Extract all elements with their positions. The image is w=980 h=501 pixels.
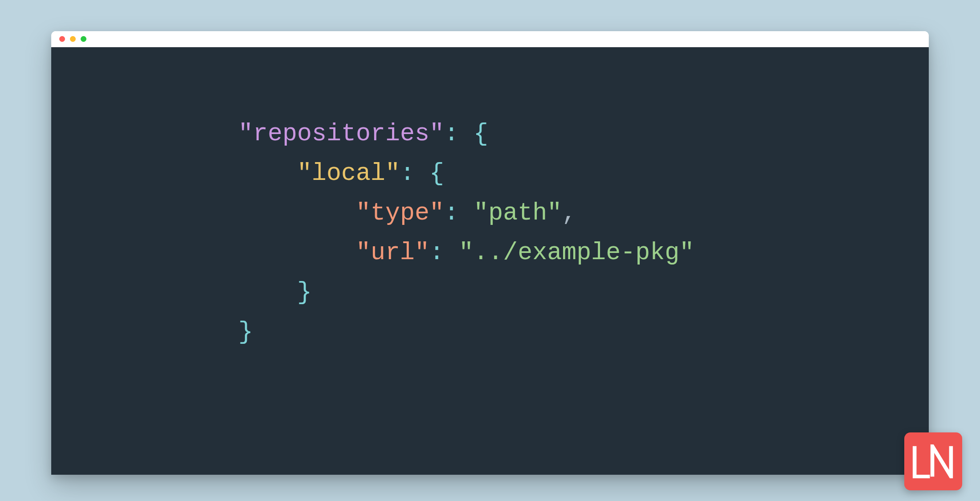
window-titlebar xyxy=(51,31,929,47)
colon: : xyxy=(444,199,459,227)
code-block: "repositories": { "local": { "type": "pa… xyxy=(238,114,929,352)
ln-logo-icon xyxy=(912,444,955,478)
brace-close: } xyxy=(297,278,312,306)
json-value-path: "path" xyxy=(474,199,562,227)
window-minimize-icon[interactable] xyxy=(70,36,76,42)
window-zoom-icon[interactable] xyxy=(81,36,86,42)
json-key-local: "local" xyxy=(297,159,400,187)
colon: : xyxy=(444,120,459,148)
json-key-repositories: "repositories" xyxy=(238,120,444,148)
code-window: "repositories": { "local": { "type": "pa… xyxy=(51,31,929,475)
json-key-url: "url" xyxy=(356,239,429,267)
brace-close: } xyxy=(238,318,253,346)
window-close-icon[interactable] xyxy=(59,36,65,42)
brace-open: { xyxy=(474,120,488,148)
json-value-url: "../example-pkg" xyxy=(459,239,694,267)
json-key-type: "type" xyxy=(356,199,444,227)
colon: : xyxy=(400,159,415,187)
comma: , xyxy=(562,199,576,227)
brand-logo xyxy=(904,432,962,490)
colon: : xyxy=(429,239,444,267)
code-editor: "repositories": { "local": { "type": "pa… xyxy=(51,47,929,475)
brace-open: { xyxy=(429,159,444,187)
